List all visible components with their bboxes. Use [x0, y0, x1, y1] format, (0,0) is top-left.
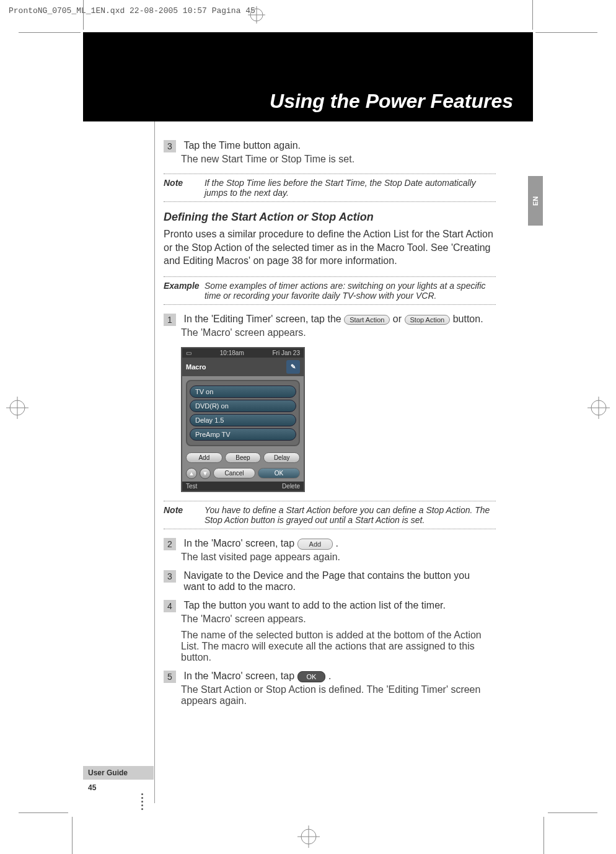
- text: In the 'Macro' screen, tap: [183, 538, 297, 548]
- macro-button-row: Add Beep Delay: [182, 450, 304, 465]
- registration-mark-icon: [297, 825, 320, 848]
- crop-mark: [19, 32, 81, 33]
- decorative-dots: [83, 793, 154, 810]
- user-guide-label: User Guide: [83, 766, 154, 780]
- macro-item[interactable]: TV on: [190, 385, 296, 398]
- example-text: Some examples of timer actions are: swit…: [205, 281, 493, 301]
- note-block: Note If the Stop Time lies before the St…: [164, 174, 496, 202]
- registration-mark-icon: [248, 6, 265, 24]
- add-pill-button[interactable]: Add: [297, 539, 333, 550]
- step-number: 2: [164, 538, 176, 550]
- step-title: Tap the button you want to add to the ac…: [183, 600, 487, 611]
- content-area: 3 Tap the Time button again. The new Sta…: [83, 121, 533, 707]
- footer-box: User Guide 45: [83, 766, 154, 812]
- step-4: 4 Tap the button you want to add to the …: [164, 600, 496, 663]
- macro-item[interactable]: DVD(R) on: [190, 400, 296, 412]
- registration-mark-icon: [587, 397, 610, 419]
- note-block: Note You have to define a Start Action b…: [164, 501, 496, 529]
- step-description: The new Start Time or Stop Time is set.: [181, 154, 496, 165]
- header-banner: Using the Power Features: [83, 32, 533, 121]
- crop-mark: [532, 0, 533, 30]
- step-text: In the 'Macro' screen, tap Add .: [183, 538, 487, 550]
- macro-action-list: TV on DVD(R) on Delay 1.5 PreAmp TV: [186, 380, 300, 446]
- example-block: Example Some examples of timer actions a…: [164, 276, 496, 305]
- macro-statusbar: ▭ 10:18am Fri Jan 23: [182, 348, 304, 358]
- ok-button[interactable]: OK: [258, 468, 300, 478]
- vertical-divider: [154, 121, 155, 803]
- date-label: Fri Jan 23: [273, 350, 300, 356]
- page-container: Using the Power Features EN 3 Tap the Ti…: [83, 32, 533, 812]
- crop-mark: [535, 32, 597, 33]
- time-label: 10:18am: [220, 350, 244, 356]
- macro-title: Macro: [186, 363, 206, 371]
- note-text: If the Stop Time lies before the Start T…: [205, 178, 493, 198]
- page-number: 45: [83, 780, 154, 793]
- step-5: 5 In the 'Macro' screen, tap OK . The St…: [164, 671, 496, 707]
- macro-item[interactable]: PreAmp TV: [190, 428, 296, 441]
- crop-mark: [19, 812, 68, 813]
- step-number: 3: [164, 570, 176, 583]
- delete-label[interactable]: Delete: [282, 483, 300, 490]
- step-description: The last visited page appears again.: [181, 552, 496, 563]
- registration-mark-icon: [6, 397, 29, 419]
- macro-item[interactable]: Delay 1.5: [190, 414, 296, 426]
- step-text: In the 'Macro' screen, tap OK .: [183, 671, 487, 682]
- stop-action-button[interactable]: Stop Action: [405, 315, 451, 325]
- text: In the 'Macro' screen, tap: [183, 671, 297, 681]
- step-title: Navigate to the Device and the Page that…: [183, 570, 487, 592]
- up-arrow-icon[interactable]: ▲: [186, 468, 197, 479]
- step-3: 3 Tap the Time button again. The new Sta…: [164, 140, 496, 165]
- start-action-button[interactable]: Start Action: [344, 315, 390, 325]
- note-text: You have to define a Start Action before…: [205, 505, 493, 525]
- delay-button[interactable]: Delay: [263, 452, 300, 463]
- page-title: Using the Power Features: [270, 90, 513, 113]
- text: button.: [453, 314, 483, 324]
- section-heading: Defining the Start Action or Stop Action: [164, 211, 496, 224]
- crop-mark: [83, 0, 84, 30]
- macro-screenshot: ▭ 10:18am Fri Jan 23 Macro ✎ TV on DVD(R…: [181, 347, 305, 492]
- file-header: ProntoNG_0705_ML_1EN.qxd 22-08-2005 10:5…: [9, 6, 255, 15]
- text: or: [393, 314, 405, 324]
- macro-bottom-row: ▲ ▼ Cancel OK: [182, 465, 304, 482]
- cancel-button[interactable]: Cancel: [213, 468, 255, 478]
- test-label[interactable]: Test: [186, 483, 197, 490]
- step-description: The 'Macro' screen appears.: [181, 327, 496, 338]
- down-arrow-icon[interactable]: ▼: [200, 468, 211, 479]
- step-description: The 'Macro' screen appears.: [181, 614, 496, 625]
- body-paragraph: Pronto uses a similar procedure to defin…: [164, 227, 496, 268]
- step-number: 3: [164, 140, 176, 152]
- text: .: [336, 538, 338, 548]
- step-title: Tap the Time button again.: [183, 140, 487, 151]
- battery-icon: ▭: [186, 350, 191, 356]
- macro-footer: Test Delete: [182, 482, 304, 491]
- crop-mark: [548, 812, 597, 813]
- step-number: 4: [164, 600, 176, 612]
- step-number: 5: [164, 671, 176, 683]
- step-text: In the 'Editing Timer' screen, tap the S…: [183, 314, 487, 325]
- step-3b: 3 Navigate to the Device and the Page th…: [164, 570, 496, 592]
- add-button[interactable]: Add: [186, 452, 222, 463]
- pencil-icon: ✎: [286, 360, 300, 374]
- note-label: Note: [164, 178, 202, 188]
- step-1: 1 In the 'Editing Timer' screen, tap the…: [164, 314, 496, 338]
- example-label: Example: [164, 281, 202, 291]
- macro-title-row: Macro ✎: [182, 358, 304, 376]
- text: In the 'Editing Timer' screen, tap the: [183, 314, 344, 324]
- text: .: [328, 671, 331, 681]
- beep-button[interactable]: Beep: [225, 452, 262, 463]
- crop-mark: [543, 817, 544, 854]
- step-2: 2 In the 'Macro' screen, tap Add . The l…: [164, 538, 496, 563]
- step-description: The name of the selected button is added…: [181, 630, 496, 663]
- ok-pill-button[interactable]: OK: [297, 671, 326, 682]
- step-description: The Start Action or Stop Action is defin…: [181, 684, 496, 707]
- step-number: 1: [164, 314, 176, 326]
- crop-mark: [72, 817, 73, 854]
- note-label: Note: [164, 505, 202, 515]
